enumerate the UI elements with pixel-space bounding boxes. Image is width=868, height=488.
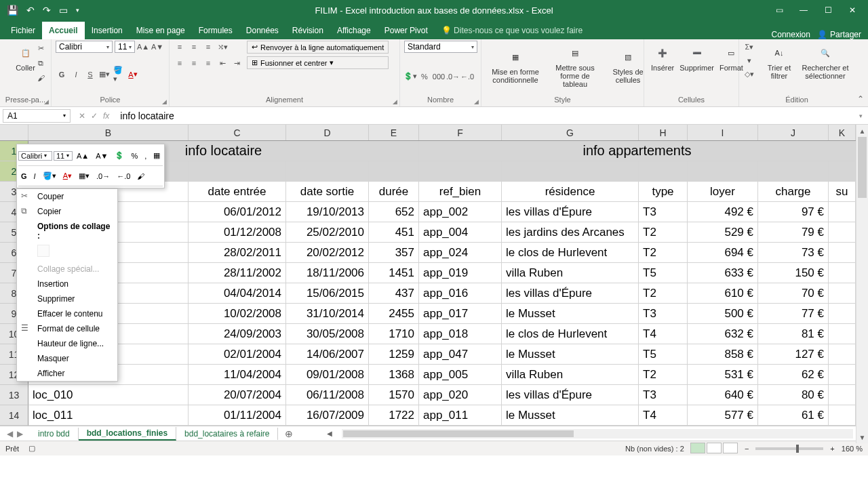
cell[interactable] xyxy=(829,344,856,364)
cell[interactable]: T3 xyxy=(639,202,688,222)
find-select-button[interactable]: 🔍Rechercher et sélectionner xyxy=(799,41,852,81)
cell[interactable]: 11/04/2004 xyxy=(189,365,286,384)
macro-record-icon[interactable]: ▢ xyxy=(28,444,35,453)
cell[interactable]: 14/06/2007 xyxy=(286,344,369,364)
col-header-G[interactable]: G xyxy=(502,125,639,140)
cell[interactable]: 15/06/2015 xyxy=(286,283,369,303)
bold-icon[interactable]: G xyxy=(56,68,68,81)
merge-center-button[interactable]: ⊞Fusionner et centrer▾ xyxy=(247,56,389,69)
borders-icon[interactable]: ▦▾ xyxy=(98,68,111,81)
cell[interactable] xyxy=(758,161,829,181)
cut-icon[interactable]: ✂ xyxy=(35,42,47,54)
font-name-dropdown[interactable]: Calibri▾ xyxy=(56,41,113,53)
col-header-E[interactable]: E xyxy=(369,125,419,140)
cell[interactable]: 1710 xyxy=(369,324,419,344)
cell[interactable] xyxy=(639,161,688,181)
cell[interactable]: 437 xyxy=(369,283,419,303)
cell[interactable]: 632 € xyxy=(688,324,758,344)
mini-inc-decimal-icon[interactable]: .0→ xyxy=(94,171,113,182)
cell[interactable] xyxy=(829,283,856,303)
clear-icon[interactable]: ◇▾ xyxy=(743,68,755,80)
cell[interactable]: 81 € xyxy=(758,324,829,344)
sort-filter-button[interactable]: A↓Trier et filtrer xyxy=(760,41,799,81)
mini-bold-icon[interactable]: G xyxy=(18,171,30,182)
cell[interactable]: 577 € xyxy=(688,405,758,425)
menu-item[interactable]: Afficher xyxy=(17,366,117,381)
alignment-dialog-icon[interactable]: ◢ xyxy=(393,98,397,105)
cell[interactable]: app_024 xyxy=(419,243,502,262)
cell[interactable]: 20/02/2012 xyxy=(286,243,369,262)
cell[interactable]: 18/11/2006 xyxy=(286,263,369,283)
cell[interactable]: loc_010 xyxy=(28,385,189,405)
cell[interactable] xyxy=(829,243,856,262)
comma-icon[interactable]: 000 xyxy=(433,70,445,83)
conditional-format-button[interactable]: ▦Mise en forme conditionnelle xyxy=(486,41,545,89)
cell[interactable] xyxy=(829,222,856,242)
table-header[interactable]: ref_bien xyxy=(419,182,502,201)
save-icon[interactable]: 💾 xyxy=(7,5,18,16)
merged-header-right[interactable]: info appartements xyxy=(419,141,856,161)
col-header-H[interactable]: H xyxy=(639,125,688,140)
sheet-nav-next-icon[interactable]: ▶ xyxy=(17,429,23,439)
cell[interactable]: le clos de Hurlevent xyxy=(502,324,639,344)
cell[interactable]: 127 € xyxy=(758,344,829,364)
collapse-ribbon-icon[interactable]: ⌃ xyxy=(857,94,864,104)
menu-item[interactable]: Supprimer xyxy=(17,291,117,306)
cell[interactable]: T4 xyxy=(639,405,688,425)
wrap-text-button[interactable]: ↩Renvoyer à la ligne automatiquement xyxy=(247,41,389,54)
percent-icon[interactable]: % xyxy=(418,70,431,83)
ribbon-options-icon[interactable]: ▭ xyxy=(769,3,789,18)
fill-icon[interactable]: ▾ xyxy=(743,54,755,66)
cell[interactable] xyxy=(829,385,856,405)
align-center-icon[interactable]: ≡ xyxy=(188,57,200,69)
cell[interactable]: 500 € xyxy=(688,304,758,323)
cell[interactable]: 97 € xyxy=(758,202,829,222)
scroll-down-icon[interactable]: ▼ xyxy=(856,431,868,443)
formula-input[interactable]: info locataire xyxy=(115,109,854,123)
menu-item[interactable]: Masquer xyxy=(17,351,117,366)
table-header[interactable]: charge xyxy=(758,182,829,201)
cell[interactable] xyxy=(829,365,856,384)
mini-border-icon[interactable]: ▦▾ xyxy=(76,170,92,182)
view-normal-icon[interactable] xyxy=(690,443,705,453)
mini-font-size[interactable]: 11▾ xyxy=(54,151,73,161)
cell[interactable]: 531 € xyxy=(688,365,758,384)
tab-formules[interactable]: Formules xyxy=(192,22,239,39)
cell[interactable] xyxy=(829,202,856,222)
cell[interactable]: 652 xyxy=(369,202,419,222)
qat-dropdown-icon[interactable]: ▾ xyxy=(76,7,79,14)
cell[interactable]: 858 € xyxy=(688,344,758,364)
cell[interactable]: 06/01/2012 xyxy=(189,202,286,222)
cell[interactable]: 62 € xyxy=(758,365,829,384)
select-all-corner[interactable] xyxy=(0,125,28,140)
align-right-icon[interactable]: ≡ xyxy=(202,57,214,69)
cell[interactable]: 80 € xyxy=(758,385,829,405)
cell[interactable]: 06/11/2008 xyxy=(286,385,369,405)
insert-cells-button[interactable]: ➕Insérer xyxy=(648,41,677,73)
sheet-tab-1[interactable]: bdd_locations_finies xyxy=(79,427,176,441)
cell[interactable]: 77 € xyxy=(758,304,829,323)
cell[interactable]: 04/04/2014 xyxy=(189,283,286,303)
name-box[interactable]: A1▾ xyxy=(3,109,71,123)
cell[interactable]: 150 € xyxy=(758,263,829,283)
cell[interactable]: 28/02/2011 xyxy=(189,243,286,262)
menu-item[interactable]: Options de collage : xyxy=(17,219,117,243)
cell[interactable] xyxy=(829,304,856,323)
cell[interactable]: 1259 xyxy=(369,344,419,364)
cell[interactable]: T2 xyxy=(639,283,688,303)
row-header-14[interactable]: 14 xyxy=(0,405,28,426)
scroll-left-icon[interactable]: ◀ xyxy=(327,430,332,437)
cell[interactable]: 09/01/2008 xyxy=(286,365,369,384)
cell[interactable]: 1722 xyxy=(369,405,419,425)
cell[interactable] xyxy=(829,324,856,344)
cell[interactable]: le Musset xyxy=(502,304,639,323)
tab-insertion[interactable]: Insertion xyxy=(85,22,130,39)
cell[interactable]: villa Ruben xyxy=(502,263,639,283)
enter-formula-icon[interactable]: ✓ xyxy=(91,111,98,121)
cell[interactable]: 01/12/2008 xyxy=(189,222,286,242)
cell[interactable]: T4 xyxy=(639,324,688,344)
cell[interactable]: app_020 xyxy=(419,385,502,405)
cell[interactable]: le Musset xyxy=(502,405,639,425)
col-header-I[interactable]: I xyxy=(688,125,758,140)
cell[interactable]: 30/05/2008 xyxy=(286,324,369,344)
